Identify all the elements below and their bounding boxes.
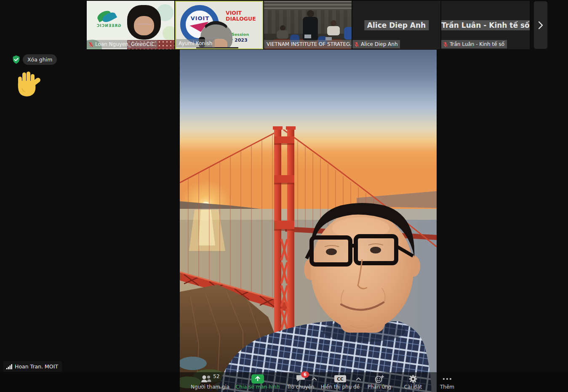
muted-mic-icon xyxy=(354,42,359,47)
participants-count: 52 xyxy=(213,373,219,379)
person-silhouette xyxy=(307,10,314,17)
greencic-logo-text: GREENCIC xyxy=(90,24,127,28)
participant-name: VIETNAM INSTITUTE OF STRATEG... xyxy=(267,40,352,48)
participant-tile-ayumi-active-speaker[interactable]: VIOIT VIOIT DIALOGUE Session y 2023 Ayum… xyxy=(175,1,263,49)
chat-unread-badge: 6 xyxy=(301,371,309,378)
settings-gear-icon xyxy=(409,375,417,383)
meeting-window: GREENCIC Loan Nguyen_GreenCIC VIOIT VIOI… xyxy=(0,0,568,392)
decorative-blob xyxy=(163,26,174,40)
share-screen-icon xyxy=(251,374,264,384)
more-ellipsis-icon xyxy=(443,374,451,383)
chat-label: Trò chuyện xyxy=(287,384,314,390)
participant-tile-loan[interactable]: GREENCIC Loan Nguyen_GreenCIC xyxy=(87,1,174,49)
participant-name: Alice Diep Anh xyxy=(361,40,397,48)
pinned-name-chip: Hoan Tran. MOIT xyxy=(3,361,62,372)
participant-tile-tranluan[interactable]: Trần Luân - Kinh tế số Trần Luân - Kinh … xyxy=(441,1,530,49)
reactions-smiley-icon xyxy=(374,375,384,383)
participant-name: Loan Nguyen_GreenCIC xyxy=(95,40,155,48)
slide-year-text: y 2023 xyxy=(230,37,248,43)
more-button[interactable]: Thêm xyxy=(420,372,475,392)
participants-label: Người tham gia xyxy=(191,384,229,390)
muted-mic-icon xyxy=(443,42,448,47)
participant-glasses xyxy=(136,24,152,29)
participant-name-chip: Loan Nguyen_GreenCIC xyxy=(87,40,157,48)
signal-bars-icon xyxy=(6,364,12,370)
more-label: Thêm xyxy=(440,384,454,390)
participants-icon xyxy=(200,375,212,383)
person-silhouette xyxy=(277,30,288,39)
muted-mic-icon xyxy=(88,42,93,47)
pinned-name: Hoan Tran. MOIT xyxy=(15,363,58,370)
next-participants-button[interactable] xyxy=(534,1,547,49)
room-ceiling xyxy=(264,1,352,10)
unpin-button[interactable]: Xóa ghim xyxy=(23,54,57,65)
participant-name: Trần Luân - Kinh tế số xyxy=(450,40,504,48)
participants-button[interactable]: 52 Người tham gia xyxy=(183,372,237,392)
person-silhouette xyxy=(331,20,336,26)
participant-name-chip: Alice Diep Anh xyxy=(352,40,400,48)
unpin-label: Xóa ghim xyxy=(27,56,52,63)
participant-name-chip: Trần Luân - Kinh tế số xyxy=(441,40,507,48)
raised-hand-emoji xyxy=(16,70,40,97)
participant-video: VIOIT VIOIT DIALOGUE Session y 2023 Ayum… xyxy=(176,2,262,48)
participant-name-chip: VIETNAM INSTITUTE OF STRATEG... xyxy=(264,40,352,48)
participant-name: Ayumi Konish xyxy=(179,40,212,47)
security-shield-icon xyxy=(12,55,21,64)
settings-label: Cài đặt xyxy=(404,384,422,390)
laptop xyxy=(304,35,311,38)
slide-title: VIOIT DIALOGUE xyxy=(226,10,256,22)
person-silhouette xyxy=(327,26,340,35)
vioit-logo-text: VIOIT xyxy=(185,15,215,21)
participant-tile-alice[interactable]: Alice Diep Anh Alice Diep Anh xyxy=(352,1,440,49)
slide-session-text: Session xyxy=(232,32,249,37)
captions-cc-icon: CC xyxy=(334,375,346,382)
pinned-video-hoan-tran[interactable] xyxy=(180,50,437,392)
blue-chair xyxy=(344,27,352,40)
participant-tile-vietnam-institute[interactable]: VIETNAM INSTITUTE OF STRATEG... xyxy=(264,1,352,49)
chevron-right-icon xyxy=(538,21,543,29)
meeting-toolbar: 52 Người tham gia Chia sẻ màn hình xyxy=(0,372,568,392)
participant-center-name: Trần Luân - Kinh tế số xyxy=(441,20,530,30)
participant-name-chip: Ayumi Konish xyxy=(176,39,215,48)
participant-center-name: Alice Diep Anh xyxy=(364,20,429,30)
